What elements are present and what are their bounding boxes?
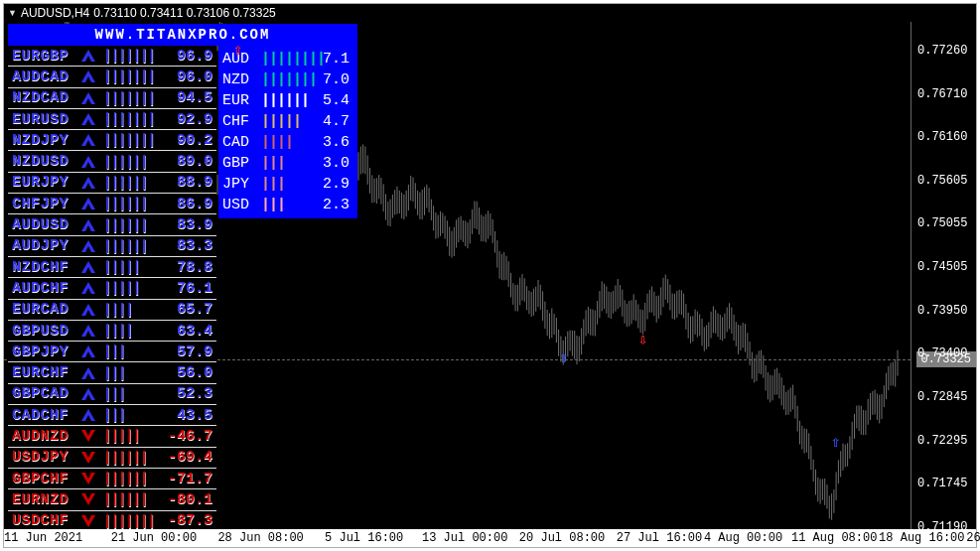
arrow-up-icon — [79, 133, 97, 147]
pair-symbol: EURJPY — [12, 174, 73, 191]
pair-row-gbpusd[interactable]: GBPUSD||||63.4 — [8, 321, 216, 342]
strength-bars: ||||||| — [103, 513, 159, 529]
pair-row-audcad[interactable]: AUDCAD|||||||96.0 — [8, 67, 216, 87]
strength-bars: ||| — [261, 197, 317, 213]
arrow-down-icon — [79, 514, 97, 528]
strength-bars: |||| — [103, 323, 159, 339]
chart-main: WWW.TITANXPRO.COM EURGBP|||||||96.9AUDCA… — [4, 22, 976, 547]
pair-value: 57.9 — [165, 344, 212, 360]
chart-window[interactable]: ▼ AUDUSD,H4 0.73110 0.73411 0.73106 0.73… — [3, 3, 977, 548]
title-bar: ▼ AUDUSD,H4 0.73110 0.73411 0.73106 0.73… — [4, 4, 976, 22]
strength-row-cad[interactable]: CAD||||3.6 — [222, 132, 353, 153]
pair-row-nzdjpy[interactable]: NZDJPY|||||||90.2 — [8, 130, 216, 151]
arrow-up-icon — [79, 281, 97, 295]
pair-symbol: CHFJPY — [12, 196, 73, 212]
pair-row-cadchf[interactable]: CADCHF|||43.5 — [8, 405, 216, 426]
arrow-up-icon — [79, 260, 97, 274]
y-tick: 0.76160 — [917, 130, 967, 144]
arrow-up-icon — [79, 69, 97, 83]
currency-pair-panel[interactable]: EURGBP|||||||96.9AUDCAD|||||||96.0NZDCAD… — [8, 46, 216, 529]
currency-strength-panel[interactable]: AUD||||||||7.1NZD|||||||7.0EUR||||||5.4C… — [218, 46, 357, 218]
pair-row-gbpchf[interactable]: GBPCHF||||||-71.7 — [8, 469, 216, 489]
pair-value: -46.7 — [165, 428, 212, 445]
strength-row-jpy[interactable]: JPY|||2.9 — [222, 174, 353, 195]
pair-row-audchf[interactable]: AUDCHF|||||76.1 — [8, 278, 216, 299]
signal-arrow-up-icon: ⇧ — [559, 347, 569, 367]
strength-bars: |||||| — [261, 92, 317, 109]
strength-bars: ||| — [261, 176, 317, 193]
y-tick: 0.72845 — [917, 390, 967, 404]
pair-row-gbpcad[interactable]: GBPCAD|||52.3 — [8, 384, 216, 405]
pair-row-gbpjpy[interactable]: GBPJPY|||57.9 — [8, 342, 216, 362]
x-tick: 11 Aug 08:00 — [791, 531, 877, 545]
pair-symbol: EURCAD — [12, 301, 73, 318]
strength-bars: ||| — [103, 386, 159, 402]
pair-value: 76.1 — [165, 280, 212, 297]
pair-row-audjpy[interactable]: AUDJPY||||||83.3 — [8, 236, 216, 257]
pair-row-usdjpy[interactable]: USDJPY||||||-69.4 — [8, 448, 216, 469]
x-tick: 11 Jun 2021 — [4, 531, 82, 545]
y-tick: 0.76710 — [917, 87, 967, 101]
strength-bars: ||||||| — [103, 132, 159, 148]
pair-value: 63.4 — [165, 323, 212, 340]
strength-row-nzd[interactable]: NZD|||||||7.0 — [222, 69, 353, 90]
signal-arrow-up-icon: ⇧ — [233, 40, 243, 60]
chevron-down-icon: ▼ — [8, 8, 17, 18]
pair-row-eurjpy[interactable]: EURJPY||||||88.9 — [8, 173, 216, 194]
y-tick: 0.73400 — [917, 346, 967, 360]
x-tick: 21 Jun 00:00 — [111, 531, 197, 545]
pair-symbol: EURUSD — [12, 111, 73, 128]
currency-code: EUR — [222, 92, 256, 109]
currency-code: JPY — [222, 176, 256, 193]
strength-row-usd[interactable]: USD|||2.3 — [222, 195, 353, 215]
pair-row-audusd[interactable]: AUDUSD||||||83.9 — [8, 214, 216, 235]
strength-bars: ||| — [103, 365, 159, 381]
strength-bars: ||| — [103, 344, 159, 359]
pair-row-eurgbp[interactable]: EURGBP|||||||96.9 — [8, 46, 216, 67]
pair-symbol: EURGBP — [12, 48, 73, 65]
pair-row-eurcad[interactable]: EURCAD||||65.7 — [8, 300, 216, 321]
pair-row-eurchf[interactable]: EURCHF|||56.0 — [8, 362, 216, 383]
strength-bars: ||||||| — [261, 71, 317, 88]
strength-bars: ||||| — [103, 259, 159, 275]
y-tick: 0.71745 — [917, 477, 967, 490]
pair-row-audnzd[interactable]: AUDNZD|||||-46.7 — [8, 426, 216, 447]
y-tick: 0.75605 — [917, 174, 967, 188]
strength-bars: |||| — [261, 134, 317, 151]
pair-row-nzdcad[interactable]: NZDCAD|||||||94.5 — [8, 88, 216, 109]
pair-row-usdchf[interactable]: USDCHF|||||||-87.3 — [8, 511, 216, 529]
pair-value: 52.3 — [165, 385, 212, 402]
chart-area[interactable]: WWW.TITANXPRO.COM EURGBP|||||||96.9AUDCA… — [4, 22, 910, 529]
strength-value: 7.0 — [322, 71, 353, 88]
price-axis: 0.73325 0.772600.767100.761600.756050.75… — [910, 22, 976, 529]
pair-row-eurnzd[interactable]: EURNZD||||||-80.1 — [8, 489, 216, 510]
strength-bars: |||||| — [103, 471, 159, 486]
arrow-up-icon — [79, 324, 97, 338]
pair-value: 86.9 — [165, 196, 212, 212]
strength-bars: |||||| — [103, 238, 159, 254]
strength-bars: ||| — [103, 407, 159, 423]
y-tick: 0.73950 — [917, 304, 967, 318]
pair-row-nzdusd[interactable]: NZDUSD||||||89.0 — [8, 151, 216, 172]
y-tick: 0.72295 — [917, 434, 967, 448]
indicator-title-text: WWW.TITANXPRO.COM — [95, 27, 271, 43]
strength-row-chf[interactable]: CHF|||||4.7 — [222, 111, 353, 132]
pair-row-eurusd[interactable]: EURUSD|||||||92.9 — [8, 109, 216, 130]
pair-row-chfjpy[interactable]: CHFJPY||||||86.9 — [8, 194, 216, 214]
strength-row-eur[interactable]: EUR||||||5.4 — [222, 90, 353, 111]
arrow-up-icon — [79, 239, 97, 253]
pair-value: 96.9 — [165, 48, 212, 65]
pair-symbol: CADCHF — [12, 407, 73, 424]
arrow-down-icon — [79, 429, 97, 443]
strength-bars: |||| — [103, 302, 159, 318]
currency-code: CAD — [222, 134, 256, 151]
strength-value: 5.4 — [322, 92, 353, 109]
pair-row-nzdchf[interactable]: NZDCHF|||||78.8 — [8, 257, 216, 278]
x-tick: 13 Jul 00:00 — [422, 531, 507, 545]
arrow-up-icon — [79, 176, 97, 190]
pair-symbol: GBPUSD — [12, 323, 73, 340]
strength-row-gbp[interactable]: GBP|||3.0 — [222, 153, 353, 174]
pair-value: 96.0 — [165, 69, 212, 85]
strength-bars: |||||| — [103, 217, 159, 233]
arrow-down-icon — [79, 472, 97, 485]
